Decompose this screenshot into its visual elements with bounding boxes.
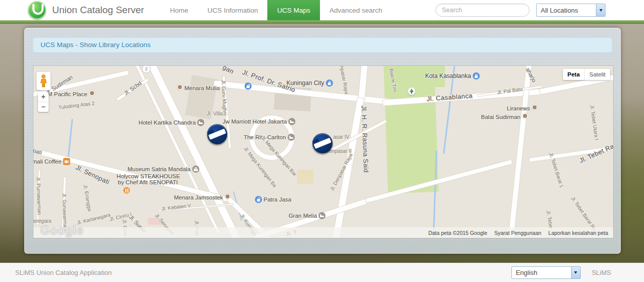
slims-logo-icon	[28, 1, 46, 19]
map-label	[406, 87, 417, 95]
search-input[interactable]	[435, 4, 530, 17]
language-value: English	[512, 269, 538, 276]
map-type-peta-button[interactable]: Peta	[563, 69, 584, 80]
map-label: The Ritz-Carlton	[244, 134, 296, 141]
map-label: by Chef Afit SENOPATI	[118, 179, 178, 185]
slims-library-marker-1[interactable]	[207, 124, 227, 144]
shop-icon	[245, 83, 252, 90]
nav-advanced-search[interactable]: Advanced search	[320, 0, 392, 20]
page: Union Catalog Server Home UCS Informatio…	[0, 0, 644, 282]
google-watermark: Google	[41, 224, 84, 237]
hotel-icon	[289, 118, 296, 125]
report-error-link[interactable]: Laporkan kesalahan peta	[548, 230, 608, 236]
app-title: Union Catalog Server	[52, 5, 144, 16]
map-label: Liranews	[507, 104, 539, 111]
map-building	[297, 170, 313, 184]
nav-ucs-maps[interactable]: UCS Maps	[267, 0, 319, 20]
slims-library-marker-2[interactable]	[312, 133, 333, 153]
shop-icon	[255, 196, 262, 203]
map-label: Jl. Tebet Utara I	[589, 105, 600, 141]
map-type-control: Peta Satelit	[563, 69, 610, 80]
dot-icon	[522, 113, 528, 119]
language-select[interactable]: English	[511, 266, 581, 279]
nav-home[interactable]: Home	[160, 0, 198, 20]
map-label: Jl. Scbd	[123, 80, 143, 96]
dot-icon	[177, 84, 183, 90]
map-label: gan	[221, 65, 235, 75]
pegman-icon[interactable]	[36, 72, 51, 90]
map-label: npasar Raya	[339, 65, 350, 95]
footer-app-name: SLiMS Union Catalog Application	[15, 269, 112, 276]
map-label: Hotel Kartika Chandra	[138, 119, 206, 126]
chevron-down-icon[interactable]	[596, 4, 605, 16]
zoom-in-button[interactable]: +	[38, 92, 49, 102]
map-label: Menara Mulia	[175, 84, 220, 91]
map-label: Kota Kasablanka	[425, 72, 481, 79]
map-label: nomali Coffee	[33, 158, 71, 165]
museum-icon	[192, 166, 199, 173]
page-title: UCS Maps - Show Library Locations	[33, 37, 612, 53]
terms-link[interactable]: Syarat Penggunaan	[494, 230, 541, 236]
main-nav: Home UCS Information UCS Maps Advanced s…	[160, 0, 392, 20]
map-label: Jl. Purnawarman	[35, 177, 43, 215]
map-label: Jl. Tebet Barat Ra	[570, 195, 598, 231]
map-label: Jl. Tebet	[545, 210, 554, 229]
content-panel: UCS Maps - Show Library Locations + − Pe…	[24, 28, 621, 254]
map-label: Jl. Erlangga	[83, 184, 93, 212]
map-label: Holycow STEAKHOUSE	[116, 173, 180, 179]
shop-icon	[326, 79, 333, 87]
shop-icon	[472, 72, 479, 79]
dot-icon	[89, 90, 95, 96]
map-label: pati	[33, 147, 43, 155]
hotel-icon	[197, 119, 205, 126]
map-road	[358, 65, 368, 100]
dot-icon	[225, 193, 231, 199]
map-label: Tulodong Atas 2	[58, 100, 95, 110]
map-label: asar IV	[333, 134, 349, 140]
map-label: Patra Jasa	[254, 196, 292, 203]
top-navbar: Union Catalog Server Home UCS Informatio…	[0, 0, 644, 20]
map-label: Gran Melia	[289, 212, 327, 219]
zoom-out-button[interactable]: −	[38, 102, 49, 112]
map-river	[67, 118, 73, 156]
header-accent-bar	[0, 20, 644, 24]
hotel-icon	[318, 212, 326, 219]
map-label	[243, 83, 253, 90]
map-label: Jl. Villa	[207, 111, 223, 116]
location-filter-value: All Locations	[537, 7, 578, 14]
map-canvas[interactable]: + − Peta Satelit Data peta ©2015 Google …	[33, 65, 614, 238]
zoom-control: + −	[38, 92, 49, 112]
map-label: Kuningan City	[287, 79, 335, 87]
pegman-figure	[39, 74, 48, 88]
map-road	[332, 97, 365, 238]
map-label	[122, 187, 132, 194]
tree-icon	[408, 87, 416, 95]
map-label: Museum Satria Mandala	[128, 166, 201, 173]
footer: SLiMS Union Catalog Application English …	[0, 263, 644, 282]
map-label: Jw Marriott Hotel Jakarta	[222, 118, 297, 125]
cafe-icon	[63, 158, 70, 165]
map-label: Balai Sudirman	[481, 113, 530, 120]
chevron-down-icon[interactable]	[571, 267, 580, 278]
map-label: M Pacific Place	[48, 90, 97, 97]
route-shield: 2	[142, 65, 151, 73]
map-copyright: Data peta ©2015 Google	[428, 230, 487, 236]
dot-icon	[532, 104, 538, 110]
location-filter-select[interactable]: All Locations	[536, 4, 606, 17]
slims-link[interactable]: SLiMS	[592, 269, 611, 276]
hotel-icon	[288, 134, 295, 141]
map-type-satelit-button[interactable]: Satelit	[584, 69, 610, 80]
restaurant-icon	[124, 187, 130, 194]
map-label: anegara	[33, 218, 51, 224]
nav-ucs-information[interactable]: UCS Information	[198, 0, 268, 20]
map-label: Menara Jamsostek	[174, 193, 232, 200]
map-attribution-bar: Data peta ©2015 Google Syarat Penggunaan…	[33, 227, 613, 238]
map-label: Jl. H. R. Rasuna Said	[360, 105, 370, 173]
